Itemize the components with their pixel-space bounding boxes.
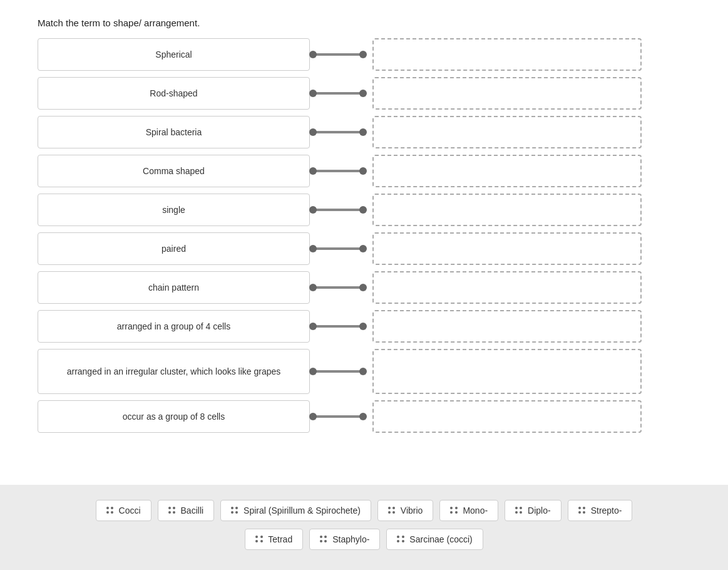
- chip-dots-spiral: [231, 507, 238, 514]
- instruction-text: Match the term to shape/ arrangement.: [0, 0, 728, 38]
- dot-right-group-of-8: [359, 413, 367, 420]
- connector-line-chain-pattern: [310, 286, 366, 289]
- chip-strepto[interactable]: Strepto-: [568, 500, 633, 521]
- dot-left-rod-shaped: [309, 90, 317, 97]
- left-term-chain-pattern: chain pattern: [38, 271, 310, 304]
- connector-group-of-4: [310, 325, 372, 328]
- right-drop-paired[interactable]: [372, 232, 642, 265]
- right-drop-irregular-cluster[interactable]: [372, 349, 642, 394]
- match-row-chain-pattern: chain pattern: [38, 271, 690, 304]
- chip-dots-tetrad: [255, 536, 263, 543]
- right-drop-single[interactable]: [372, 194, 642, 226]
- connector-line-group-of-8: [310, 415, 366, 418]
- chip-label-mono: Mono-: [463, 505, 488, 516]
- left-term-group-of-4: arranged in a group of 4 cells: [38, 310, 310, 343]
- answer-bank: Cocci Bacilli Spiral (Spirillum & Spiroc…: [0, 485, 728, 570]
- dot-left-comma-shaped: [309, 167, 317, 175]
- match-row-spiral-bacteria: Spiral bacteria: [38, 116, 690, 148]
- right-drop-spherical[interactable]: [372, 38, 642, 71]
- connector-spherical: [310, 53, 372, 56]
- chip-dots-staphylo: [320, 536, 327, 543]
- right-drop-rod-shaped[interactable]: [372, 77, 642, 110]
- dot-left-group-of-4: [309, 323, 317, 330]
- dot-left-paired: [309, 245, 317, 252]
- connector-comma-shaped: [310, 170, 372, 172]
- dot-left-spherical: [309, 51, 317, 58]
- left-term-paired: paired: [38, 232, 310, 265]
- answer-row-1: Cocci Bacilli Spiral (Spirillum & Spiroc…: [96, 500, 633, 521]
- chip-cocci[interactable]: Cocci: [96, 500, 151, 521]
- match-row-irregular-cluster: arranged in an irregular cluster, which …: [38, 349, 690, 394]
- connector-chain-pattern: [310, 286, 372, 289]
- chip-label-strepto: Strepto-: [591, 505, 622, 516]
- connector-spiral-bacteria: [310, 131, 372, 133]
- chip-label-staphylo: Staphylo-: [332, 534, 369, 544]
- dot-right-comma-shaped: [359, 167, 367, 175]
- chip-dots-strepto: [578, 507, 586, 514]
- chip-label-tetrad: Tetrad: [268, 534, 292, 544]
- right-drop-chain-pattern[interactable]: [372, 271, 642, 304]
- connector-single: [310, 209, 372, 211]
- match-row-group-of-8: occur as a group of 8 cells: [38, 400, 690, 433]
- dot-right-chain-pattern: [359, 284, 367, 291]
- left-term-group-of-8: occur as a group of 8 cells: [38, 400, 310, 433]
- right-drop-spiral-bacteria[interactable]: [372, 116, 642, 148]
- right-drop-group-of-4[interactable]: [372, 310, 642, 343]
- chip-sarcinae[interactable]: Sarcinae (cocci): [386, 529, 483, 550]
- match-row-single: single: [38, 194, 690, 226]
- connector-line-spiral-bacteria: [310, 131, 366, 133]
- page-container: Match the term to shape/ arrangement. Sp…: [0, 0, 728, 570]
- dot-right-spiral-bacteria: [359, 128, 367, 136]
- answer-row-2: Tetrad Staphylo- Sarcinae (cocci): [245, 529, 483, 550]
- dot-left-irregular-cluster: [309, 368, 317, 375]
- chip-label-sarcinae: Sarcinae (cocci): [409, 534, 472, 544]
- connector-line-paired: [310, 247, 366, 250]
- match-row-comma-shaped: Comma shaped: [38, 155, 690, 187]
- connector-line-rod-shaped: [310, 92, 366, 95]
- left-term-comma-shaped: Comma shaped: [38, 155, 310, 187]
- dot-right-single: [359, 206, 367, 214]
- chip-label-spiral: Spiral (Spirillum & Spirochete): [244, 505, 361, 516]
- match-row-paired: paired: [38, 232, 690, 265]
- left-term-rod-shaped: Rod-shaped: [38, 77, 310, 110]
- connector-line-group-of-4: [310, 325, 366, 328]
- chip-diplo[interactable]: Diplo-: [505, 500, 561, 521]
- chip-tetrad[interactable]: Tetrad: [245, 529, 303, 550]
- right-drop-comma-shaped[interactable]: [372, 155, 642, 187]
- dot-left-spiral-bacteria: [309, 128, 317, 136]
- connector-group-of-8: [310, 415, 372, 418]
- connector-line-comma-shaped: [310, 170, 366, 172]
- chip-spiral[interactable]: Spiral (Spirillum & Spirochete): [220, 500, 371, 521]
- dot-left-group-of-8: [309, 413, 317, 420]
- connector-line-spherical: [310, 53, 366, 56]
- dot-right-spherical: [359, 51, 367, 58]
- connector-line-single: [310, 209, 366, 211]
- chip-bacilli[interactable]: Bacilli: [158, 500, 215, 521]
- dot-right-rod-shaped: [359, 90, 367, 97]
- left-term-single: single: [38, 194, 310, 226]
- match-row-group-of-4: arranged in a group of 4 cells: [38, 310, 690, 343]
- chip-dots-diplo: [515, 507, 523, 514]
- chip-label-vibrio: Vibrio: [401, 505, 423, 516]
- chip-vibrio[interactable]: Vibrio: [377, 500, 434, 521]
- chip-mono[interactable]: Mono-: [439, 500, 498, 521]
- match-row-spherical: Spherical: [38, 38, 690, 71]
- chip-label-diplo: Diplo-: [528, 505, 551, 516]
- chip-label-bacilli: Bacilli: [181, 505, 204, 516]
- left-term-spherical: Spherical: [38, 38, 310, 71]
- dot-left-chain-pattern: [309, 284, 317, 291]
- chip-staphylo[interactable]: Staphylo-: [309, 529, 380, 550]
- chip-dots-mono: [450, 507, 458, 514]
- match-row-rod-shaped: Rod-shaped: [38, 77, 690, 110]
- connector-paired: [310, 247, 372, 250]
- left-term-irregular-cluster: arranged in an irregular cluster, which …: [38, 349, 310, 394]
- dot-left-single: [309, 206, 317, 214]
- right-drop-group-of-8[interactable]: [372, 400, 642, 433]
- chip-dots-cocci: [106, 507, 114, 514]
- connector-rod-shaped: [310, 92, 372, 95]
- connector-line-irregular-cluster: [310, 370, 366, 373]
- left-term-spiral-bacteria: Spiral bacteria: [38, 116, 310, 148]
- connector-irregular-cluster: [310, 370, 372, 373]
- chip-dots-sarcinae: [397, 536, 404, 543]
- matching-area: Spherical Rod-shaped Spiral bacteria C: [0, 38, 728, 485]
